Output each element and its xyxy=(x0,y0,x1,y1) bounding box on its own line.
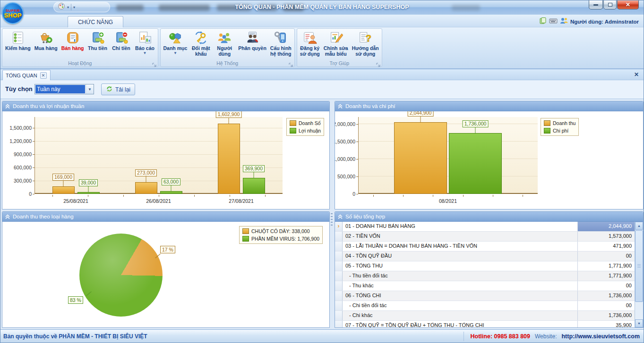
legend-label: PHẦN MỀM VIRUS: 1,706,900 xyxy=(251,236,319,242)
x-axis-category-label: 08/2021 xyxy=(439,198,457,204)
row-value[interactable]: 2,044,900 xyxy=(577,222,635,231)
ribbon-button-register[interactable]: Đăng kýsử dụng xyxy=(299,29,321,57)
y-axis-tick-label: 900,000 xyxy=(2,151,32,157)
ribbon-button-edit-template[interactable]: Chỉnh sửamẫu biểu xyxy=(322,29,350,57)
status-right: Hotline: 0985 883 809 Website: http://ww… xyxy=(464,332,640,341)
gridline xyxy=(359,159,538,159)
tab-tong-quan[interactable]: TỔNG QUAN ✕ xyxy=(2,70,51,80)
website-link[interactable]: http://www.sieuvietsoft.com xyxy=(561,333,640,340)
scroll-down-icon[interactable]: ▼ xyxy=(635,319,643,327)
dropdown-arrow-icon[interactable]: ▼ xyxy=(143,51,147,55)
ribbon-button-money-out[interactable]: Chi tiền xyxy=(110,29,133,51)
table-row[interactable]: - Thu khác00 xyxy=(335,281,635,291)
ribbon-button-users[interactable]: Ngườidùng xyxy=(213,29,236,57)
legend-label: Doanh Số xyxy=(299,120,321,126)
collapse-icon[interactable] xyxy=(5,214,10,219)
panel-revenue-cost-header[interactable]: Doanh thu và chi phí xyxy=(335,101,643,111)
row-value[interactable]: 00 xyxy=(577,251,635,261)
ribbon-tab-row: CHỨC NĂNG Người dùng: Adminstrator xyxy=(0,15,644,27)
dialog-launcher-icon[interactable] xyxy=(376,61,381,66)
ribbon-button-help[interactable]: ?Hướng dẫnsử dụng xyxy=(351,29,380,57)
close-page-icon[interactable]: ✕ xyxy=(634,71,639,78)
period-select[interactable]: Tuần này ▼ xyxy=(34,84,94,94)
row-value[interactable]: 1,736,000 xyxy=(577,311,635,320)
ribbon-button-key[interactable]: Đổi mậtkhẩu xyxy=(189,29,212,57)
minimize-button[interactable] xyxy=(589,0,603,9)
row-indicator: › xyxy=(335,222,343,231)
panel-summary-header[interactable]: Số liệu tổng hợp xyxy=(335,212,643,222)
table-row[interactable]: - Chi tiền đối tác00 xyxy=(335,301,635,311)
row-value[interactable]: 00 xyxy=(577,281,635,291)
tab-tong-quan-label: TỔNG QUAN xyxy=(6,73,37,78)
ribbon-button-receipt[interactable]: Bán hàng xyxy=(60,29,86,51)
panel-summary: Số liệu tổng hợp ›01 - DOANH THU BÁN HÀN… xyxy=(335,211,644,328)
collapse-icon[interactable] xyxy=(338,104,343,109)
scrollbar-thumb[interactable] xyxy=(635,230,643,302)
ribbon-button-checklist[interactable]: Kiểm hàng xyxy=(4,29,32,51)
table-row[interactable]: 06 - TỔNG CHI1,736,000 xyxy=(335,291,635,301)
ribbon-button-config[interactable]: Cấu hìnhhệ thống xyxy=(269,29,293,57)
y-axis-tick-label: 600,000 xyxy=(2,165,32,170)
ribbon-button-report[interactable]: Báo cáo▼ xyxy=(134,29,156,55)
register-icon xyxy=(302,30,318,45)
panel-splitter[interactable] xyxy=(331,213,333,226)
row-indicator xyxy=(335,281,343,291)
ribbon-button-cart[interactable]: Mua hàng xyxy=(33,29,59,51)
table-row[interactable]: 03 - LÃI THUẦN = DOANH THU BÁN HÀNG - TI… xyxy=(335,242,635,251)
row-indicator xyxy=(335,232,343,241)
bar-value-label: 1,736,000 xyxy=(463,120,489,127)
table-row[interactable]: - Thu tiền đối tác1,771,900 xyxy=(335,271,635,281)
row-value[interactable]: 1,771,900 xyxy=(577,271,635,281)
row-value[interactable]: 1,573,000 xyxy=(577,232,635,241)
bar-green xyxy=(449,133,502,194)
table-row[interactable]: 07 - TỒN QUỸ = TỒN QUỸ ĐẦU + TỔNG THU - … xyxy=(335,321,635,327)
row-value[interactable]: 471,900 xyxy=(577,242,635,251)
panel-revenue-by-category-header[interactable]: Doanh thu theo loại hàng xyxy=(2,212,329,222)
x-axis-tick-mark xyxy=(463,195,464,197)
bar-orange xyxy=(52,186,75,194)
notes-icon[interactable] xyxy=(539,17,547,26)
combo-dropdown-icon[interactable]: ▼ xyxy=(86,84,94,94)
table-row[interactable]: ›01 - DOANH THU BÁN HÀNG2,044,900 xyxy=(335,222,635,232)
y-axis-tick-mark xyxy=(356,194,358,194)
table-scrollbar[interactable]: ▲ ▼ xyxy=(635,222,643,327)
row-value[interactable]: 35,900 xyxy=(577,321,635,327)
row-indicator xyxy=(335,251,343,261)
scroll-up-icon[interactable]: ▲ xyxy=(635,222,643,230)
row-value[interactable]: 00 xyxy=(577,301,635,310)
dialog-launcher-icon[interactable] xyxy=(289,61,293,66)
collapse-icon[interactable] xyxy=(338,214,343,219)
ribbon-button-categories[interactable]: Danh mục▼ xyxy=(162,29,189,55)
tab-close-icon[interactable]: ✕ xyxy=(40,72,47,79)
table-row[interactable]: 04 - TỒN QUỸ ĐẦU00 xyxy=(335,251,635,261)
row-value[interactable]: 1,771,900 xyxy=(577,261,635,271)
tab-chuc-nang[interactable]: CHỨC NĂNG xyxy=(68,16,123,27)
collapse-icon[interactable] xyxy=(5,104,10,109)
pie-slice-label-orange: 17 % xyxy=(160,246,175,253)
bar-orange xyxy=(218,124,240,194)
keyboard-icon[interactable] xyxy=(549,17,558,26)
bar-orange xyxy=(135,182,157,194)
restore-button[interactable] xyxy=(603,0,617,9)
reload-button[interactable]: Tải lại xyxy=(101,84,135,95)
pie-legend: CHUỘT CÓ DÂY: 338,000PHẦN MỀM VIRUS: 1,7… xyxy=(239,226,323,244)
table-row[interactable]: 05 - TỔNG THU1,771,900 xyxy=(335,261,635,271)
chart-legend: Doanh SốLợi nhuận xyxy=(286,118,324,136)
ribbon-button-permissions[interactable]: Phân quyền xyxy=(237,29,268,51)
y-axis-tick-label: 2,000,000 xyxy=(335,121,355,127)
x-axis-category-label: 25/08/2021 xyxy=(63,198,88,204)
ribbon-button-label: Danh mục xyxy=(163,45,188,51)
dialog-launcher-icon[interactable] xyxy=(152,61,157,66)
close-button[interactable]: ✕ xyxy=(617,0,639,9)
key-icon xyxy=(193,30,208,45)
row-value[interactable]: 1,736,000 xyxy=(577,291,635,301)
table-row[interactable]: 02 - TIỀN VỐN1,573,000 xyxy=(335,232,635,242)
table-row[interactable]: - Chi khác1,736,000 xyxy=(335,311,635,321)
window-title: TỔNG QUAN - PHẦN MỀM QUẢN LÝ BÁN HÀNG SU… xyxy=(0,4,644,10)
panel-revenue-profit-header[interactable]: Doanh thu và lợi nhuận thuần xyxy=(2,101,329,111)
dropdown-arrow-icon[interactable]: ▼ xyxy=(173,51,177,55)
ribbon-button-money-in[interactable]: Thu tiền xyxy=(86,29,109,51)
bar-value-label: 369,900 xyxy=(243,165,265,172)
row-label: - Chi tiền đối tác xyxy=(343,301,577,310)
dashboard: Doanh thu và lợi nhuận thuần 0300,000600… xyxy=(0,99,644,330)
